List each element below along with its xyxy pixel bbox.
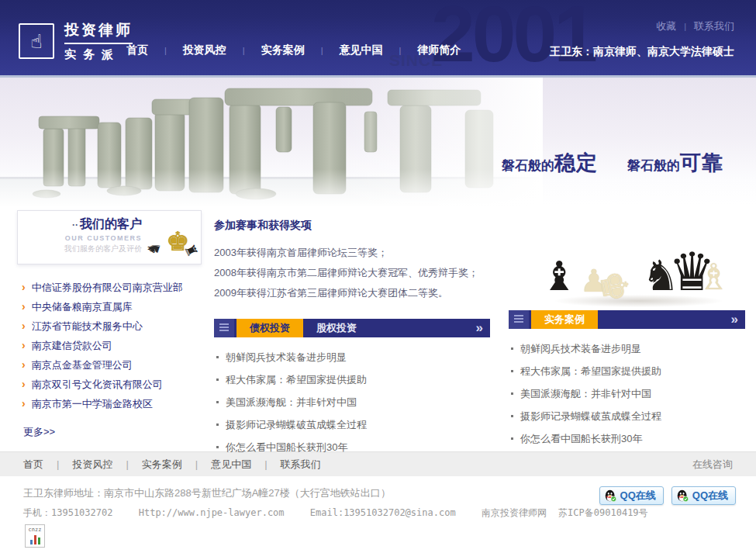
footer-nav: 首页投资风控实务案例意见中国联系我们 xyxy=(23,458,321,472)
slogan1-strong: 稳定 xyxy=(554,151,598,175)
cases-tabbar: 实务案例 » xyxy=(509,310,745,329)
email-address: Email:13951032702@sina.com xyxy=(310,507,456,518)
page: SINCE 2001 ☝ 投资律师 实务派 首页投资风控实务案例意见中国律师简介… xyxy=(0,0,756,560)
news-item[interactable]: 美国派濒海舰：并非针对中国 xyxy=(214,391,490,413)
more-arrow-icon[interactable]: » xyxy=(476,319,483,337)
news-item[interactable]: 你怎么看中国船长获刑30年 xyxy=(509,427,745,450)
client-list-item[interactable]: ›南京点金基金管理公司 xyxy=(22,355,202,375)
chess-piece-icon: ♞ xyxy=(144,239,164,257)
client-list-item[interactable]: ›南京建信贷款公司 xyxy=(22,336,202,355)
arrow-bullet-icon: › xyxy=(22,378,26,390)
investment-column: 参加赛事和获得奖项 2003年获得南京首届律师论坛三等奖；2008年获得南京市第… xyxy=(214,210,490,458)
tab-equity-investment[interactable]: 股权投资 xyxy=(303,319,370,337)
main-nav-item[interactable]: 投资风控 xyxy=(148,43,226,57)
lawyer-intro: 王卫东：南京律师、南京大学法律硕士 xyxy=(550,45,734,59)
slogan2-prefix: 磐石般的 xyxy=(627,158,680,173)
slogan1-prefix: 磐石般的 xyxy=(502,158,554,173)
customers-subtitle-en: OUR CUSTOMERS xyxy=(21,234,142,242)
awards-line: 2009年获得江苏省第三届律师辩论大赛团体二等奖。 xyxy=(214,283,490,303)
client-list-item[interactable]: ›南京双引号文化资讯有限公司 xyxy=(22,375,202,394)
client-list-item[interactable]: ›南京市第一中学瑞金路校区 xyxy=(22,394,202,413)
tab-debt-investment[interactable]: 债权投资 xyxy=(236,319,303,337)
since-watermark-year: 2001 xyxy=(431,0,595,78)
awards-lines: 2003年获得南京首届律师论坛三等奖；2008年获得南京市第二届律师辩论大赛冠军… xyxy=(214,243,490,303)
favorite-link[interactable]: 收藏 xyxy=(656,19,676,33)
cnzz-label: cnzz xyxy=(26,527,44,534)
client-list-item[interactable]: ›中信证券股份有限公司南京营业部 xyxy=(22,278,202,297)
main-nav-item[interactable]: 律师简介 xyxy=(383,43,461,57)
office-address: 王卫东律师地址：南京市中山东路288号新世纪广场A幢27楼（大行宫地铁站出口） xyxy=(23,486,391,500)
client-name: 南京点金基金管理公司 xyxy=(32,359,133,371)
footer-nav-item[interactable]: 投资风控 xyxy=(43,458,112,472)
news-item[interactable]: 朝鲜阅兵技术装备进步明显 xyxy=(214,346,490,368)
customers-panel[interactable]: 我们的客户 OUR CUSTOMERS 我们服务的客户及评价 ♞♚♜ xyxy=(17,210,202,264)
qq-online-label: QQ在线 xyxy=(620,489,656,503)
phone-number: 手机：13951032702 xyxy=(23,507,112,518)
qq-buttons: QQ在线 QQ在线 xyxy=(599,486,736,505)
footer-nav-item[interactable]: 意见中国 xyxy=(182,458,251,472)
news-item[interactable]: 摄影师记录蝴蝶破茧成蝶全过程 xyxy=(509,405,745,427)
main-nav-item[interactable]: 实务案例 xyxy=(226,43,305,57)
contact-us-link[interactable]: 联系我们 xyxy=(676,19,734,33)
more-clients-link[interactable]: 更多>> xyxy=(23,425,55,439)
qq-online-label: QQ在线 xyxy=(692,489,728,503)
chess-piece-icon: ♚ xyxy=(594,268,634,306)
client-name: 南京市第一中学瑞金路校区 xyxy=(32,398,153,410)
client-name: 江苏省节能技术服务中心 xyxy=(32,320,143,332)
awards-title: 参加赛事和获得奖项 xyxy=(214,219,490,233)
site-logo[interactable]: ☝ 投资律师 实务派 xyxy=(19,20,133,62)
tab-practice-cases[interactable]: 实务案例 xyxy=(531,310,598,329)
stonehenge-image xyxy=(0,78,543,206)
logo-line1: 投资律师 xyxy=(64,20,133,44)
news-item[interactable]: 摄影师记录蝴蝶破茧成蝶全过程 xyxy=(214,413,490,436)
hand-click-icon: ☝ xyxy=(19,23,54,59)
client-list: ›中信证券股份有限公司南京营业部›中央储备粮南京直属库›江苏省节能技术服务中心›… xyxy=(17,278,202,413)
news-item[interactable]: 程大伟家属：希望国家提供援助 xyxy=(509,360,745,382)
customers-sidebar: 我们的客户 OUR CUSTOMERS 我们服务的客户及评价 ♞♚♜ ›中信证券… xyxy=(17,210,202,439)
logo-line2: 实务派 xyxy=(64,47,133,62)
cases-news-list: 朝鲜阅兵技术装备进步明显程大伟家属：希望国家提供援助美国派濒海舰：并非针对中国摄… xyxy=(509,337,745,450)
cases-column: ♝♟♚♞♗♛ 实务案例 » 朝鲜阅兵技术装备进步明显程大伟家属：希望国家提供援助… xyxy=(509,210,745,450)
bar-chart-icon xyxy=(26,534,44,544)
header: SINCE 2001 ☝ 投资律师 实务派 首页投资风控实务案例意见中国律师简介… xyxy=(0,0,756,78)
qq-online-button[interactable]: QQ在线 xyxy=(671,486,736,505)
icp-number: 苏ICP备09010419号 xyxy=(558,507,647,518)
arrow-bullet-icon: › xyxy=(22,320,26,332)
main-nav-item[interactable]: 意见中国 xyxy=(305,43,383,57)
qq-online-button[interactable]: QQ在线 xyxy=(599,486,664,505)
chess-piece-icon: ♝ xyxy=(541,256,578,296)
news-item[interactable]: 程大伟家属：希望国家提供援助 xyxy=(214,368,490,391)
news-item[interactable]: 你怎么看中国船长获刑30年 xyxy=(214,436,490,458)
footer-nav-item[interactable]: 联系我们 xyxy=(251,458,320,472)
footer-info: 王卫东律师地址：南京市中山东路288号新世纪广场A幢27楼（大行宫地铁站出口） … xyxy=(0,476,756,560)
chess-piece-icon: ♛ xyxy=(668,245,716,298)
contact-line: 手机：13951032702 Http://www.njpe-lawyer.co… xyxy=(23,506,668,520)
customers-panel-text: 我们的客户 OUR CUSTOMERS 我们服务的客户及评价 xyxy=(21,216,147,260)
awards-line: 2008年获得南京市第二届律师辩论大赛冠军、优秀辩手奖； xyxy=(214,263,490,283)
client-list-item[interactable]: ›中央储备粮南京直属库 xyxy=(22,297,202,316)
footer-nav-item[interactable]: 首页 xyxy=(23,458,43,472)
more-arrow-icon[interactable]: » xyxy=(731,310,738,328)
menu-icon xyxy=(214,319,234,337)
online-consult-link[interactable]: 在线咨询 xyxy=(692,458,733,472)
chess-pieces-image: ♝♟♚♞♗♛ xyxy=(509,210,745,310)
main-nav: 首页投资风控实务案例意见中国律师简介 xyxy=(126,43,461,57)
slogan2-strong: 可靠 xyxy=(680,151,723,175)
site-name: 南京投资律师网 xyxy=(482,507,547,518)
footer-nav-item[interactable]: 实务案例 xyxy=(112,458,181,472)
website-url[interactable]: Http://www.njpe-lawyer.com xyxy=(139,507,285,518)
client-list-item[interactable]: ›江苏省节能技术服务中心 xyxy=(22,316,202,336)
main-nav-item[interactable]: 首页 xyxy=(126,43,148,57)
chess-king-image: ♞♚♜ xyxy=(147,216,198,260)
news-item[interactable]: 美国派濒海舰：并非针对中国 xyxy=(509,382,745,405)
investment-tabbar: 债权投资 股权投资 » xyxy=(214,319,490,337)
hero-slogan: 磐石般的稳定磐石般的可靠 xyxy=(502,149,723,177)
qq-penguin-icon xyxy=(676,489,689,503)
header-top-links: 收藏 联系我们 xyxy=(656,19,734,33)
cnzz-counter-badge[interactable]: cnzz xyxy=(25,524,45,548)
arrow-bullet-icon: › xyxy=(22,281,26,293)
arrow-bullet-icon: › xyxy=(22,300,26,313)
arrow-bullet-icon: › xyxy=(22,358,26,371)
news-item[interactable]: 朝鲜阅兵技术装备进步明显 xyxy=(509,337,745,360)
arrow-bullet-icon: › xyxy=(22,397,26,410)
